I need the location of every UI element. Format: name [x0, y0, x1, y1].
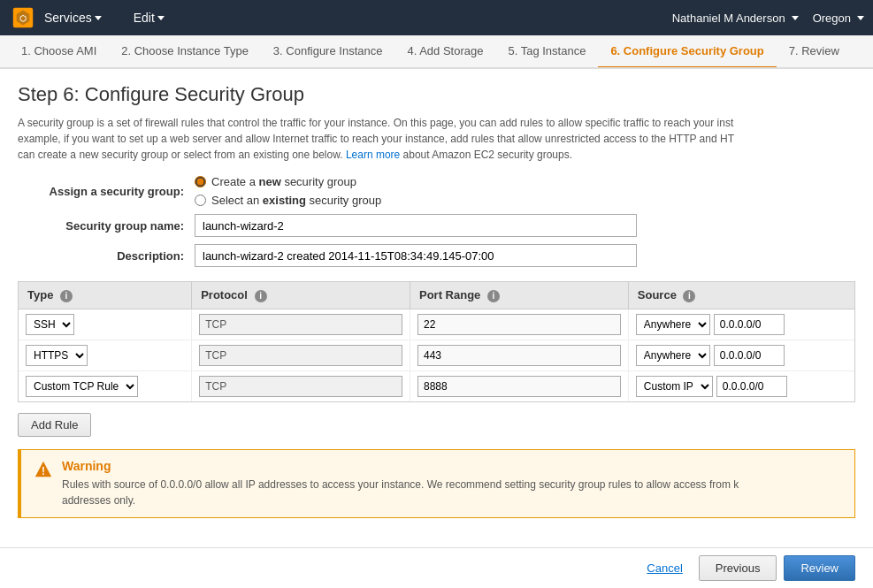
description-input[interactable]	[195, 244, 637, 267]
create-new-option[interactable]: Create a new security group	[195, 175, 381, 188]
rule-port-input-1[interactable]	[417, 345, 621, 366]
rule-source-cell-1: Anywhere	[628, 340, 854, 371]
rule-source-cell-0: Anywhere	[628, 309, 854, 340]
warning-text: Rules with source of 0.0.0.0/0 allow all…	[62, 477, 739, 508]
review-button[interactable]: Review	[784, 555, 855, 581]
tab-configure-security-group[interactable]: 6. Configure Security Group	[598, 35, 776, 69]
rule-protocol-input-0	[199, 314, 402, 335]
warning-box: ! Warning Rules with source of 0.0.0.0/0…	[18, 449, 855, 518]
assign-security-group-row: Assign a security group: Create a new se…	[18, 175, 855, 207]
main-content: Step 6: Configure Security Group A secur…	[0, 69, 873, 545]
edit-chevron-icon	[157, 16, 165, 20]
table-row: Custom TCP RuleCustom IP	[19, 371, 854, 402]
services-chevron-icon	[95, 16, 102, 20]
page-title: Step 6: Configure Security Group	[18, 83, 855, 106]
table-row: SSHAnywhere	[19, 309, 854, 340]
col-protocol: Protocol i	[192, 282, 410, 309]
protocol-info-icon[interactable]: i	[255, 290, 267, 302]
table-row: HTTPSAnywhere	[19, 340, 854, 371]
col-source: Source i	[628, 282, 854, 309]
rule-protocol-cell-1	[192, 340, 410, 371]
rule-source-input-0[interactable]	[714, 314, 785, 335]
desc-text-2: example, if you want to set up a web ser…	[18, 133, 734, 145]
rules-table-wrapper: Type i Protocol i Port Range i Source i …	[18, 281, 855, 402]
tab-review[interactable]: 7. Review	[777, 35, 852, 69]
rule-type-cell-0: SSH	[19, 309, 192, 340]
rule-protocol-cell-0	[192, 309, 410, 340]
rule-port-cell-2	[410, 371, 628, 402]
table-header-row: Type i Protocol i Port Range i Source i	[19, 282, 854, 309]
security-group-form: Assign a security group: Create a new se…	[18, 175, 855, 267]
edit-label: Edit	[134, 11, 155, 25]
security-group-name-input[interactable]	[195, 214, 637, 237]
security-group-name-row: Security group name:	[18, 214, 855, 237]
user-label: Nathaniel M Anderson	[672, 11, 785, 25]
rule-protocol-cell-2	[192, 371, 410, 402]
region-chevron-icon	[857, 16, 864, 20]
page-description: A security group is a set of firewall ru…	[18, 115, 855, 163]
svg-text:⬡: ⬡	[19, 14, 27, 23]
warning-content: Warning Rules with source of 0.0.0.0/0 a…	[62, 459, 739, 508]
rule-type-select-1[interactable]: HTTPS	[26, 345, 88, 366]
rules-table: Type i Protocol i Port Range i Source i …	[19, 282, 854, 401]
assign-radio-group: Create a new security group Select an ex…	[195, 175, 381, 207]
learn-more-link[interactable]: Learn more	[346, 149, 400, 161]
rule-type-cell-2: Custom TCP Rule	[19, 371, 192, 402]
assign-label: Assign a security group:	[18, 185, 195, 198]
select-existing-option[interactable]: Select an existing security group	[195, 194, 381, 207]
bottom-action-bar: Cancel Previous Review	[0, 547, 873, 588]
aws-logo: ⬡	[9, 4, 37, 32]
services-label: Services	[44, 11, 92, 25]
desc-text-3: can create a new security group or selec…	[18, 149, 346, 161]
description-row: Description:	[18, 244, 855, 267]
port-range-info-icon[interactable]: i	[487, 290, 500, 302]
rule-source-select-0[interactable]: Anywhere	[636, 314, 710, 335]
tab-tag-instance[interactable]: 5. Tag Instance	[495, 35, 598, 69]
rule-type-cell-1: HTTPS	[19, 340, 192, 371]
source-info-icon[interactable]: i	[683, 290, 695, 302]
select-existing-radio[interactable]	[195, 195, 206, 206]
tab-choose-ami[interactable]: 1. Choose AMI	[9, 35, 109, 69]
name-label: Security group name:	[18, 219, 195, 233]
rule-source-input-2[interactable]	[716, 376, 787, 397]
rule-source-input-1[interactable]	[714, 345, 785, 366]
region-label: Oregon	[813, 11, 851, 25]
previous-button[interactable]: Previous	[699, 555, 777, 581]
user-chevron-icon	[792, 16, 799, 20]
rule-type-select-0[interactable]: SSH	[26, 314, 74, 335]
tab-add-storage[interactable]: 4. Add Storage	[394, 35, 495, 69]
col-port-range: Port Range i	[410, 282, 628, 309]
type-info-icon[interactable]: i	[60, 290, 73, 302]
region-menu[interactable]: Oregon	[813, 11, 864, 25]
rule-port-cell-1	[410, 340, 628, 371]
rule-type-select-2[interactable]: Custom TCP Rule	[26, 376, 138, 397]
top-navigation: ⬡ Services Edit Nathaniel M Anderson Ore…	[0, 0, 873, 35]
rule-port-input-2[interactable]	[417, 376, 621, 397]
add-rule-button[interactable]: Add Rule	[18, 413, 91, 437]
rule-port-cell-0	[410, 309, 628, 340]
create-new-radio[interactable]	[195, 176, 206, 187]
wizard-tab-bar: 1. Choose AMI 2. Choose Instance Type 3.…	[0, 35, 873, 69]
warning-title: Warning	[62, 459, 739, 473]
rule-port-input-0[interactable]	[417, 314, 621, 335]
rule-source-select-2[interactable]: Custom IP	[636, 376, 713, 397]
rule-protocol-input-1	[199, 345, 402, 366]
tab-choose-instance-type[interactable]: 2. Choose Instance Type	[109, 35, 261, 69]
rule-source-cell-2: Custom IP	[628, 371, 854, 402]
rule-protocol-input-2	[199, 376, 402, 397]
rule-source-select-1[interactable]: Anywhere	[636, 345, 710, 366]
svg-text:!: !	[42, 465, 45, 477]
services-menu[interactable]: Services	[44, 11, 102, 25]
desc-text-4: about Amazon EC2 security groups.	[403, 149, 572, 161]
select-existing-label: Select an existing security group	[211, 194, 381, 207]
user-menu[interactable]: Nathaniel M Anderson	[672, 11, 799, 25]
warning-icon: !	[34, 460, 53, 479]
cancel-button[interactable]: Cancel	[638, 556, 691, 580]
desc-label: Description:	[18, 249, 195, 263]
tab-configure-instance[interactable]: 3. Configure Instance	[261, 35, 395, 69]
create-new-label: Create a new security group	[211, 175, 356, 188]
edit-menu[interactable]: Edit	[134, 11, 165, 25]
desc-text-1: A security group is a set of firewall ru…	[18, 117, 733, 129]
col-type: Type i	[19, 282, 192, 309]
